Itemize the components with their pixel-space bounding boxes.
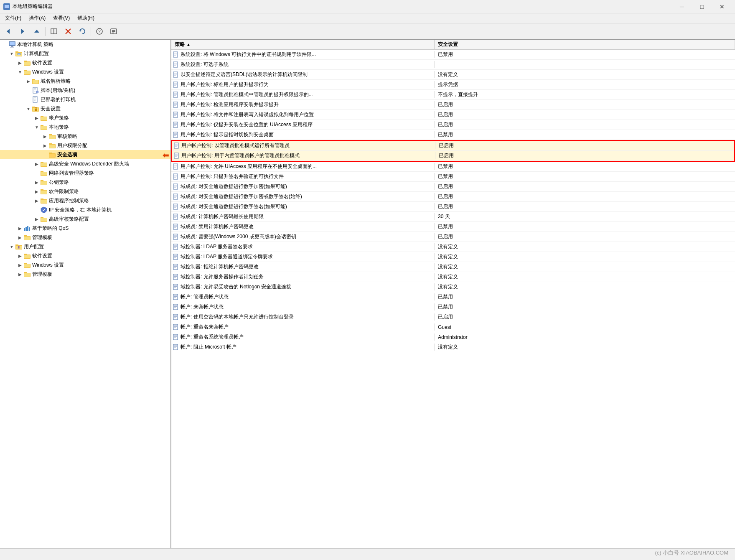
- export-button[interactable]: [107, 25, 120, 38]
- tree-usersoftware[interactable]: ▶ 软件设置: [0, 251, 170, 260]
- expand-software[interactable]: ▶: [17, 59, 23, 66]
- expand-security[interactable]: ▼: [25, 105, 32, 112]
- help-button[interactable]: ?: [93, 25, 106, 38]
- table-row[interactable]: 用户帐户控制: 只提升签名并验证的可执行文件已禁用: [171, 172, 735, 182]
- col-setting-header[interactable]: 安全设置: [435, 40, 735, 50]
- menu-action[interactable]: 操作(A): [25, 14, 49, 23]
- expand-advaudit[interactable]: ▶: [33, 216, 40, 222]
- table-row[interactable]: 域控制器: LDAP 服务器通道绑定令牌要求没有定义: [171, 252, 735, 262]
- tree-rights[interactable]: ▶ 用户权限分配: [0, 141, 170, 150]
- tree-softrestrict[interactable]: ▶ 软件限制策略: [0, 187, 170, 196]
- table-row[interactable]: 帐户: 阻止 Microsoft 帐户没有定义: [171, 342, 735, 352]
- table-row[interactable]: 域控制器: 拒绝计算机帐户密码更改没有定义: [171, 262, 735, 272]
- menu-view[interactable]: 查看(V): [50, 14, 73, 23]
- show-hide-button[interactable]: [47, 25, 61, 38]
- table-row[interactable]: 用户帐户控制: 用于内置管理员帐户的管理员批准模式已启用: [172, 151, 734, 161]
- policy-doc-icon: [173, 344, 179, 350]
- table-row[interactable]: 域成员: 对安全通道数据进行数字加密(如果可能)已启用: [171, 182, 735, 192]
- svg-rect-218: [173, 344, 178, 350]
- table-row[interactable]: 系统设置: 可选子系统: [171, 60, 735, 70]
- table-row[interactable]: 域控制器: 允许易受攻击的 Netlogon 安全通道连接没有定义: [171, 282, 735, 292]
- table-row[interactable]: 帐户: 使用空密码的本地帐户只允许进行控制台登录已启用: [171, 312, 735, 322]
- menu-help[interactable]: 帮助(H): [74, 14, 98, 23]
- up-button[interactable]: [30, 25, 43, 38]
- tree-user[interactable]: ▼ 用户配置: [0, 242, 170, 251]
- expand-pubkey[interactable]: ▶: [33, 179, 40, 186]
- expand-dns[interactable]: ▶: [25, 78, 32, 84]
- expand-windows[interactable]: ▼: [17, 69, 23, 75]
- table-row[interactable]: 用户帐户控制: 提示是指时切换到安全桌面已禁用: [171, 130, 735, 140]
- tree-admtemplates[interactable]: ▶ 管理模板: [0, 233, 170, 242]
- expand-local[interactable]: ▼: [33, 124, 40, 130]
- tree-defender[interactable]: ▶ 高级安全 Windows Defender 防火墙: [0, 159, 170, 168]
- table-row[interactable]: 域控制器: 允许服务器操作者计划任务没有定义: [171, 272, 735, 282]
- tree-userwindows[interactable]: ▶ Windows 设置: [0, 260, 170, 270]
- tree-account[interactable]: ▶ 帐户策略: [0, 113, 170, 122]
- tree-root[interactable]: 本地计算机 策略: [0, 40, 170, 49]
- delete-button[interactable]: [61, 25, 75, 38]
- svg-rect-15: [112, 31, 115, 32]
- table-row[interactable]: 用户帐户控制: 管理员批准模式中管理员的提升权限提示的...不提示，直接提升: [171, 90, 735, 100]
- tree-advaudit[interactable]: ▶ 高级审核策略配置: [0, 214, 170, 224]
- forward-button[interactable]: [16, 25, 29, 38]
- expand-defender[interactable]: ▶: [33, 160, 40, 167]
- expand-usersoftware[interactable]: ▶: [17, 252, 23, 259]
- table-row[interactable]: 用户帐户控制: 仅提升安装在安全位置的 UIAccess 应用程序已启用: [171, 120, 735, 130]
- tree-pubkey[interactable]: ▶ 公钥策略: [0, 178, 170, 187]
- tree-computer[interactable]: ▼ 计算机配置: [0, 49, 170, 58]
- expand-qos[interactable]: ▶: [17, 225, 23, 232]
- table-row[interactable]: 用户帐户控制: 将文件和注册表写入错误虚拟化到每用户位置已启用: [171, 110, 735, 120]
- tree-printers[interactable]: 已部署的打印机: [0, 95, 170, 104]
- table-row[interactable]: 用户帐户控制: 标准用户的提升提示行为提示凭据: [171, 80, 735, 90]
- expand-admtemplates[interactable]: ▶: [17, 234, 23, 241]
- tree-ipsec[interactable]: IP 安全策略，在 本地计算机: [0, 205, 170, 214]
- expand-applocker[interactable]: ▶: [33, 197, 40, 204]
- table-row[interactable]: 域成员: 计算机帐户密码最长使用期限30 天: [171, 212, 735, 222]
- back-button[interactable]: [2, 25, 15, 38]
- tree-dns[interactable]: ▶ 域名解析策略: [0, 76, 170, 86]
- table-row[interactable]: 用户帐户控制: 允许 UIAccess 应用程序在不使用安全桌面的...已禁用: [171, 162, 735, 172]
- table-row[interactable]: 帐户: 来宾帐户状态已禁用: [171, 302, 735, 312]
- tree-security[interactable]: ▼ 安全设置: [0, 104, 170, 113]
- table-row[interactable]: 帐户: 管理员帐户状态已禁用: [171, 292, 735, 302]
- tree-netlist[interactable]: 网络列表管理器策略: [0, 168, 170, 178]
- table-row[interactable]: 用户帐户控制: 检测应用程序安装并提示提升已启用: [171, 100, 735, 110]
- refresh-button[interactable]: [76, 25, 89, 38]
- expand-user[interactable]: ▼: [8, 243, 15, 250]
- expand-useradmin[interactable]: ▶: [17, 271, 23, 277]
- table-row[interactable]: 域控制器: LDAP 服务器签名要求没有定义: [171, 242, 735, 252]
- table-row[interactable]: 域成员: 对安全通道数据进行数字签名(如果可能)已启用: [171, 202, 735, 212]
- expand-account[interactable]: ▶: [33, 115, 40, 121]
- table-row[interactable]: 以安全描述符定义语言(SDDL)语法表示的计算机访问限制没有定义: [171, 70, 735, 80]
- table-row[interactable]: 域成员: 对安全通道数据进行数字加密或数字签名(始终)已启用: [171, 192, 735, 202]
- tree-scripts[interactable]: S 脚本(启动/关机): [0, 86, 170, 95]
- maximize-button[interactable]: □: [692, 0, 712, 13]
- table-row[interactable]: 帐户: 重命名系统管理员帐户Administrator: [171, 332, 735, 342]
- table-row[interactable]: 域成员: 需要强(Windows 2000 或更高版本)会话密钥已启用: [171, 232, 735, 242]
- expand-softrestrict[interactable]: ▶: [33, 188, 40, 195]
- tree-applocker[interactable]: ▶ 应用程序控制策略: [0, 196, 170, 205]
- tree-secoptions[interactable]: 安全选项 ⬅: [0, 150, 170, 159]
- tree-audit[interactable]: ▶ 审核策略: [0, 132, 170, 141]
- expand-audit[interactable]: ▶: [42, 133, 48, 140]
- table-row[interactable]: 系统设置: 将 Windows 可执行文件中的证书规则用于软件限...已禁用: [171, 50, 735, 60]
- expand-userwindows[interactable]: ▶: [17, 262, 23, 268]
- policy-doc-icon: [173, 244, 179, 250]
- separator-1: [45, 27, 46, 36]
- tree-qos[interactable]: ▶ 基于策略的 QoS: [0, 224, 170, 233]
- status-bar: [0, 548, 735, 560]
- tree-local[interactable]: ▼ 本地策略: [0, 122, 170, 132]
- expand-computer[interactable]: ▼: [8, 50, 15, 57]
- tree-software[interactable]: ▶ 软件设置: [0, 58, 170, 67]
- table-row[interactable]: 域成员: 禁用计算机帐户密码更改已禁用: [171, 222, 735, 232]
- tree-windows[interactable]: ▼ Windows 设置: [0, 67, 170, 76]
- cell-setting: 没有定义: [435, 263, 735, 270]
- table-row[interactable]: 帐户: 重命名来宾帐户Guest: [171, 322, 735, 332]
- col-policy-header[interactable]: 策略 ▲: [171, 40, 435, 50]
- expand-rights[interactable]: ▶: [42, 142, 48, 149]
- table-row[interactable]: 用户帐户控制: 以管理员批准模式运行所有管理员已启用: [172, 141, 734, 151]
- tree-useradmin[interactable]: ▶ 管理模板: [0, 270, 170, 279]
- minimize-button[interactable]: ─: [672, 0, 692, 13]
- menu-file[interactable]: 文件(F): [2, 14, 25, 23]
- close-button[interactable]: ✕: [712, 0, 732, 13]
